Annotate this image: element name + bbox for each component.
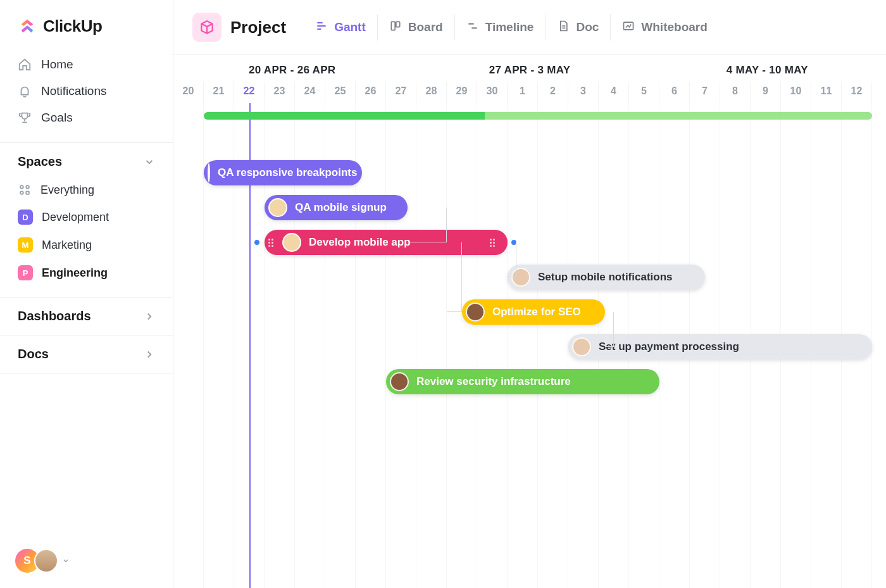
- bell-icon: [18, 84, 32, 98]
- day-header: 21: [204, 82, 234, 103]
- main-panel: Project GanttBoardTimelineDocWhiteboard …: [173, 0, 886, 588]
- day-header: 22: [234, 82, 265, 103]
- day-header: 25: [325, 82, 356, 103]
- day-header: 26: [356, 82, 386, 103]
- day-header: 27: [386, 82, 416, 103]
- nav-home[interactable]: Home: [13, 51, 160, 78]
- sidebar-dashboards[interactable]: Dashboards: [0, 297, 173, 335]
- task-label: Setup mobile notifications: [538, 271, 673, 284]
- day-header: 24: [295, 82, 325, 103]
- svg-rect-8: [396, 22, 400, 27]
- day-header: 3: [568, 82, 599, 103]
- day-header: 10: [781, 82, 811, 103]
- sidebar-docs[interactable]: Docs: [0, 335, 173, 373]
- project-title: Project: [230, 18, 286, 37]
- task-bar[interactable]: Setup mobile notifications: [508, 265, 705, 290]
- spaces-list: Everything D DevelopmentM MarketingP Eng…: [0, 173, 173, 297]
- svg-rect-3: [26, 191, 29, 194]
- week-header: 20 APR - 26 APR: [173, 55, 411, 82]
- view-tab-board[interactable]: Board: [377, 15, 454, 41]
- brand-name: ClickUp: [43, 16, 102, 36]
- svg-point-2: [20, 191, 23, 194]
- gantt-canvas[interactable]: TODAYQA responsive breakpointsQA mobile …: [173, 103, 886, 588]
- trophy-icon: [18, 111, 32, 125]
- day-header: 28: [416, 82, 447, 103]
- nav-label: Goals: [41, 111, 73, 125]
- svg-point-1: [26, 185, 29, 189]
- gantt-icon: [315, 20, 328, 35]
- view-tab-timeline[interactable]: Timeline: [454, 15, 546, 41]
- day-header: 6: [659, 82, 690, 103]
- svg-rect-7: [391, 22, 395, 30]
- assignee-avatar: [282, 233, 301, 252]
- dependency-dot[interactable]: [254, 240, 259, 245]
- view-tab-gantt[interactable]: Gantt: [304, 15, 377, 41]
- space-badge-icon: P: [18, 265, 33, 280]
- nav-notifications[interactable]: Notifications: [13, 78, 160, 104]
- grid-column: [386, 103, 416, 588]
- view-tab-label: Board: [408, 20, 443, 34]
- spaces-section-header[interactable]: Spaces: [0, 143, 173, 173]
- space-label: Marketing: [42, 239, 92, 252]
- task-label: Review security infrastructure: [416, 375, 571, 388]
- top-toolbar: Project GanttBoardTimelineDocWhiteboard: [173, 0, 886, 54]
- task-bar[interactable]: Review security infrastructure: [386, 369, 659, 394]
- space-everything[interactable]: Everything: [13, 177, 160, 203]
- view-tab-doc[interactable]: Doc: [545, 15, 610, 41]
- timeline-header: 20 APR - 26 APR27 APR - 3 MAY4 MAY - 10 …: [173, 54, 886, 103]
- sidebar-row-label: Docs: [18, 347, 49, 361]
- spaces-title: Spaces: [18, 154, 62, 169]
- task-bar[interactable]: QA responsive breakpoints: [204, 160, 362, 185]
- day-header: 7: [690, 82, 720, 103]
- whiteboard-icon: [622, 20, 635, 35]
- cube-icon: [192, 13, 222, 42]
- nav-label: Notifications: [41, 84, 107, 98]
- space-label: Development: [42, 211, 109, 224]
- space-item-engineering[interactable]: P Engineering: [13, 259, 160, 287]
- user-menu[interactable]: S: [15, 549, 70, 573]
- nav-goals[interactable]: Goals: [13, 104, 160, 131]
- assignee-avatar: [208, 163, 210, 182]
- day-header: 2: [538, 82, 568, 103]
- space-item-marketing[interactable]: M Marketing: [13, 231, 160, 259]
- project-chip[interactable]: Project: [192, 13, 286, 42]
- assignee-avatar: [390, 372, 409, 391]
- week-header: 27 APR - 3 MAY: [411, 55, 648, 82]
- day-header: 1: [508, 82, 538, 103]
- view-tab-label: Timeline: [485, 20, 534, 34]
- task-bar[interactable]: Set up payment processing: [568, 334, 872, 360]
- dependency-line: [605, 312, 614, 347]
- task-bar[interactable]: Optimize for SEO: [462, 299, 605, 325]
- space-item-development[interactable]: D Development: [13, 203, 160, 231]
- brand-logo[interactable]: ClickUp: [0, 0, 173, 50]
- task-bar[interactable]: QA mobile signup: [265, 195, 408, 220]
- space-label: Engineering: [42, 266, 108, 280]
- assignee-avatar: [466, 303, 485, 322]
- doc-icon: [557, 20, 570, 35]
- day-header: 5: [629, 82, 659, 103]
- task-bar[interactable]: Develop mobile app: [265, 230, 508, 255]
- chevron-right-icon: [144, 311, 155, 322]
- drag-handle-icon[interactable]: [490, 239, 496, 247]
- day-header: 8: [720, 82, 751, 103]
- space-badge-icon: M: [18, 237, 33, 253]
- view-tab-label: Gantt: [334, 20, 366, 34]
- overall-progress-bar[interactable]: [204, 112, 872, 120]
- clickup-logo-icon: [18, 17, 37, 36]
- space-badge-icon: D: [18, 210, 33, 225]
- view-tab-whiteboard[interactable]: Whiteboard: [610, 15, 719, 41]
- day-header: 30: [477, 82, 508, 103]
- dependency-line: [508, 242, 516, 277]
- grid-column: [477, 103, 508, 588]
- home-icon: [18, 58, 32, 72]
- drag-handle-icon[interactable]: [268, 239, 275, 247]
- grid-column: [538, 103, 568, 588]
- task-label: Develop mobile app: [309, 236, 411, 249]
- day-header: 4: [599, 82, 629, 103]
- day-header: 20: [173, 82, 204, 103]
- svg-point-0: [20, 185, 23, 189]
- day-header: 23: [265, 82, 295, 103]
- grid-column: [508, 103, 538, 588]
- user-avatar-photo: [34, 549, 58, 573]
- day-header: 9: [751, 82, 781, 103]
